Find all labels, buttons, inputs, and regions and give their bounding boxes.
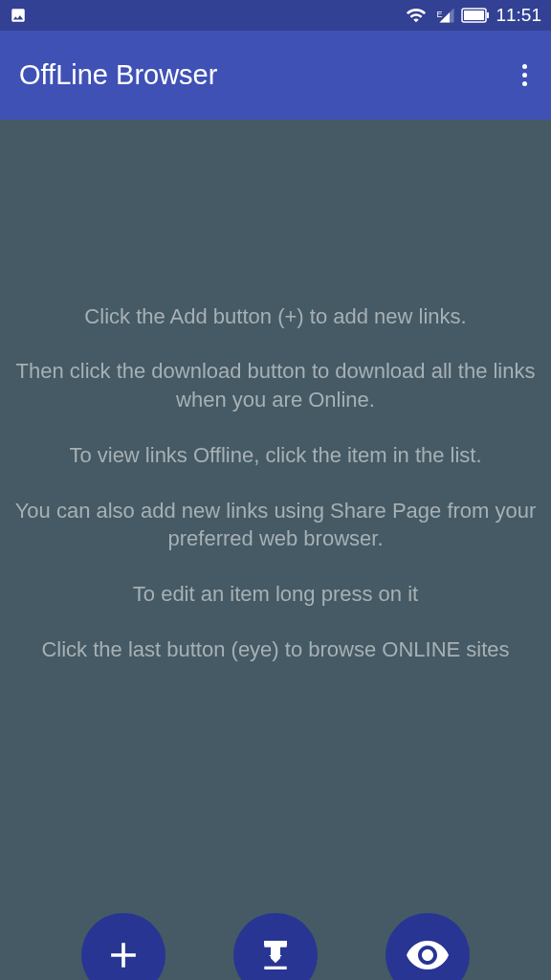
instruction-view: To view links Offline, click the item in… — [11, 441, 540, 470]
add-button[interactable] — [81, 913, 165, 980]
picture-icon — [10, 7, 27, 24]
status-right-icons: E 11:51 — [406, 5, 541, 26]
overflow-menu-button[interactable] — [518, 55, 532, 96]
status-left-icons — [10, 7, 27, 24]
instruction-share: You can also add new links using Share P… — [11, 497, 540, 553]
svg-rect-1 — [464, 11, 484, 20]
empty-state-content: Click the Add button (+) to add new link… — [0, 120, 551, 980]
plus-icon — [102, 934, 144, 976]
instruction-browse: Click the last button (eye) to browse ON… — [11, 635, 540, 664]
eye-icon — [405, 932, 451, 978]
svg-rect-2 — [487, 12, 489, 18]
battery-icon — [461, 8, 490, 23]
instruction-add: Click the Add button (+) to add new link… — [11, 302, 540, 331]
download-icon — [256, 936, 295, 974]
instruction-edit: To edit an item long press on it — [11, 580, 540, 609]
app-title: OffLine Browser — [19, 59, 217, 91]
status-time: 11:51 — [496, 5, 541, 26]
wifi-icon — [406, 5, 427, 26]
fab-container — [0, 913, 551, 980]
status-bar: E 11:51 — [0, 0, 551, 31]
browse-button[interactable] — [386, 913, 470, 980]
signal-indicator: E — [432, 7, 455, 24]
download-button[interactable] — [233, 913, 318, 980]
app-bar: OffLine Browser — [0, 31, 551, 120]
instruction-download: Then click the download button to downlo… — [11, 357, 540, 413]
